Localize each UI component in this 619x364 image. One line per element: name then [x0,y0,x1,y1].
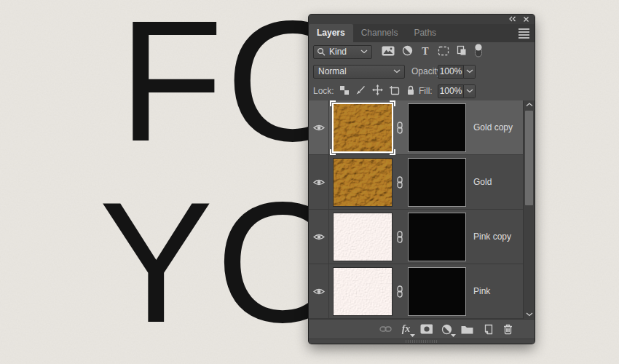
layer-mask-thumbnail[interactable] [408,213,466,261]
layer-name[interactable]: Pink [473,286,490,296]
layer-thumbnail-gold[interactable] [333,158,393,207]
new-layer-icon[interactable] [481,323,494,335]
lock-artboard-nesting-icon[interactable] [389,85,401,98]
tab-layers[interactable]: Layers [309,24,353,42]
fill-label: Fill: [419,86,433,96]
fill-value-field[interactable]: 100% [438,84,464,98]
collapse-panel-icon[interactable] [508,16,516,22]
visibility-eye-icon[interactable] [309,155,329,209]
layers-panel: Layers Channels Paths Kind T [309,15,535,344]
type-layer-filter-icon[interactable]: T [420,46,430,58]
filter-kind-dropdown[interactable]: Kind [313,45,372,59]
lock-all-icon[interactable] [406,85,415,98]
new-adjustment-layer-icon[interactable] [441,323,453,335]
link-layers-icon[interactable] [379,323,392,335]
layer-style-icon[interactable]: fx [400,323,412,335]
layer-row-gold[interactable]: Gold [309,155,535,210]
tab-paths[interactable]: Paths [406,24,444,42]
layer-thumbnail-gold-copy[interactable] [333,103,393,152]
fill-dropdown-arrow[interactable] [464,84,476,98]
lock-image-pixels-icon[interactable] [355,84,366,98]
filter-row: Kind T [309,42,535,62]
chevron-down-icon [393,69,401,74]
layer-name[interactable]: Pink copy [473,232,511,242]
layer-mask-thumbnail[interactable] [408,158,466,207]
panel-menu-icon[interactable] [519,28,529,39]
blend-row: Normal Opacity: 100% [309,62,535,82]
layer-row-pink-copy[interactable]: Pink copy [309,210,535,264]
lock-position-icon[interactable] [372,84,383,98]
delete-layer-icon[interactable] [502,323,514,335]
panel-resize-strip[interactable] [309,339,535,344]
lock-label: Lock: [313,86,334,96]
chevron-down-icon [466,69,473,74]
opacity-value-field[interactable]: 100% [438,65,464,79]
layer-name[interactable]: Gold copy [473,122,513,132]
visibility-eye-icon[interactable] [309,210,329,264]
mask-link-icon[interactable] [394,122,406,134]
new-group-icon[interactable] [461,323,473,335]
layer-list-scrollbar[interactable] [523,100,535,319]
visibility-eye-icon[interactable] [309,100,329,154]
layer-row-pink[interactable]: Pink [309,264,535,319]
mask-link-icon[interactable] [394,231,406,243]
lock-transparent-pixels-icon[interactable] [339,85,350,98]
layer-name[interactable]: Gold [473,177,492,187]
caret-down-icon [410,334,415,337]
scrollbar-thumb[interactable] [525,111,533,205]
search-icon [317,47,327,56]
mask-link-icon[interactable] [394,285,406,298]
add-layer-mask-icon[interactable] [420,323,433,335]
tab-channels[interactable]: Channels [353,24,406,42]
visibility-eye-icon[interactable] [309,264,329,318]
opacity-dropdown-arrow[interactable] [464,65,476,79]
panel-tabbar: Layers Channels Paths [309,24,535,42]
filter-toggle-icon[interactable] [474,44,483,60]
blend-mode-value: Normal [318,66,347,76]
chevron-down-icon [466,89,473,93]
filter-kind-label: Kind [329,47,347,57]
smart-object-filter-icon[interactable] [457,45,467,58]
adjustment-layer-filter-icon[interactable] [402,45,413,58]
blend-mode-dropdown[interactable]: Normal [313,65,405,79]
panel-resize-grip[interactable] [406,340,438,343]
layer-row-gold-copy[interactable]: Gold copy [309,100,535,155]
scroll-up-icon[interactable] [524,103,535,107]
mask-link-icon[interactable] [394,176,406,189]
layer-mask-thumbnail[interactable] [408,267,466,316]
scroll-down-icon[interactable] [524,312,535,317]
caret-down-icon [451,334,456,337]
pixel-layer-filter-icon[interactable] [382,46,395,58]
svg-text:T: T [422,46,429,56]
layer-thumbnail-pink-copy[interactable] [333,213,393,261]
shape-layer-filter-icon[interactable] [438,46,449,58]
layers-bottom-toolbar: fx [309,319,535,339]
lock-row: Lock: Fill: 100% [309,82,535,101]
layer-list: Gold copy [309,100,535,319]
close-panel-icon[interactable] [523,16,529,23]
layer-mask-thumbnail[interactable] [408,103,466,152]
panel-topbar [309,15,535,24]
chevron-down-icon [360,50,368,54]
layer-thumbnail-pink[interactable] [333,267,393,316]
